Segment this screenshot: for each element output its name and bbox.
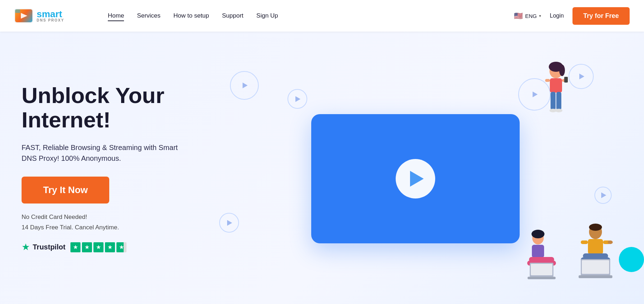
person-bottom-right-figure	[572, 222, 619, 283]
svg-point-16	[532, 230, 544, 238]
cyan-dot-decoration	[619, 247, 644, 272]
svg-point-24	[589, 224, 602, 231]
hero-subtext: FAST, Reliable Browsing & Streaming with…	[22, 142, 187, 164]
trustpilot-logo[interactable]: ★ Trustpilot	[22, 242, 65, 253]
svg-rect-33	[579, 275, 612, 278]
logo-sub-name: DNS PROXY	[37, 19, 64, 22]
logo-brand-name: smart	[37, 9, 64, 19]
float-circle-3	[569, 64, 594, 89]
svg-point-28	[608, 240, 613, 244]
play-icon-small-6	[601, 192, 606, 198]
nav-right: 🇺🇸 ENG ▾ Login Try for Free	[514, 7, 630, 25]
nav-link-home[interactable]: Home	[108, 12, 124, 21]
nav-link-howtosetup[interactable]: How to setup	[174, 12, 209, 20]
play-triangle-icon	[410, 171, 424, 187]
nav-item-services[interactable]: Services	[137, 12, 160, 19]
svg-point-14	[555, 109, 562, 112]
svg-rect-32	[582, 260, 609, 274]
star-2: ★	[82, 242, 92, 252]
logo-icon	[14, 9, 33, 23]
svg-rect-7	[550, 78, 562, 93]
star-4: ★	[105, 242, 115, 252]
svg-rect-22	[528, 277, 556, 279]
svg-rect-26	[581, 240, 588, 244]
hero-heading-line2: Internet!	[22, 107, 111, 132]
chevron-down-icon: ▾	[539, 14, 541, 18]
nav-link-support[interactable]: Support	[222, 12, 244, 20]
hero-heading: Unblock Your Internet!	[22, 83, 208, 132]
nav-item-howtosetup[interactable]: How to setup	[174, 12, 209, 19]
nav-links: Home Services How to setup Support Sign …	[108, 12, 514, 19]
play-button[interactable]	[396, 159, 435, 198]
play-icon-small-1	[243, 83, 248, 88]
hero-heading-line1: Unblock Your	[22, 83, 164, 108]
hero-section: Unblock Your Internet! FAST, Reliable Br…	[0, 32, 644, 304]
svg-rect-11	[551, 92, 556, 110]
svg-rect-12	[556, 92, 561, 110]
svg-rect-3	[15, 9, 20, 13]
svg-rect-25	[588, 239, 603, 254]
trustpilot-name: Trustpilot	[33, 243, 65, 251]
nav-item-home[interactable]: Home	[108, 12, 124, 19]
star-1: ★	[70, 242, 80, 252]
svg-rect-10	[564, 77, 568, 83]
login-button[interactable]: Login	[550, 13, 564, 19]
language-selector[interactable]: 🇺🇸 ENG ▾	[514, 11, 541, 20]
svg-rect-21	[531, 264, 552, 275]
nav-link-services[interactable]: Services	[137, 12, 160, 20]
nav-item-support[interactable]: Support	[222, 12, 244, 19]
nav-link-signup[interactable]: Sign Up	[256, 12, 278, 20]
try-free-button[interactable]: Try for Free	[572, 7, 630, 25]
person-top-figure	[540, 60, 572, 132]
navbar: smart DNS PROXY Home Services How to set…	[0, 0, 644, 32]
trustpilot-section: ★ Trustpilot ★ ★ ★ ★ ★	[22, 242, 208, 253]
trustpilot-stars: ★ ★ ★ ★ ★	[70, 242, 126, 252]
svg-rect-17	[532, 245, 544, 258]
float-circle-2	[288, 89, 307, 109]
float-circle-6	[594, 187, 612, 204]
float-circle-5	[219, 213, 239, 233]
logo[interactable]: smart DNS PROXY	[14, 9, 86, 23]
play-icon-small-4	[533, 92, 538, 97]
video-card[interactable]	[311, 114, 520, 243]
free-trial-text: 14 Days Free Trial. Cancel Anytime.	[22, 224, 119, 231]
svg-point-6	[559, 65, 565, 76]
nav-item-signup[interactable]: Sign Up	[256, 12, 278, 19]
star-3: ★	[93, 242, 104, 252]
float-circle-1	[230, 71, 259, 100]
person-bottom-left-figure	[522, 229, 561, 286]
hero-left-content: Unblock Your Internet! FAST, Reliable Br…	[22, 83, 208, 253]
flag-icon: 🇺🇸	[514, 11, 523, 20]
try-now-button[interactable]: Try It Now	[22, 177, 109, 204]
play-icon-small-3	[579, 74, 584, 79]
play-icon-small-2	[295, 96, 300, 102]
svg-rect-8	[545, 79, 550, 82]
star-5-half: ★	[116, 242, 126, 252]
logo-text: smart DNS PROXY	[37, 9, 64, 22]
hero-fine-print: No Credit Card Needed! 14 Days Free Tria…	[22, 212, 208, 233]
play-icon-small-5	[227, 220, 232, 226]
hero-illustration	[208, 60, 622, 276]
trustpilot-star-icon: ★	[22, 242, 30, 253]
lang-label: ENG	[525, 13, 537, 19]
no-credit-card-text: No Credit Card Needed!	[22, 214, 87, 220]
